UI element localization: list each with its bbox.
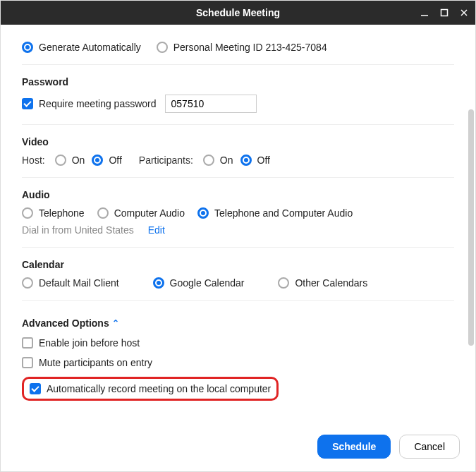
meeting-id-personal-radio[interactable]: Personal Meeting ID 213-425-7084: [157, 42, 327, 53]
audio-section-label: Audio: [22, 189, 454, 200]
content-area: Generate Automatically Personal Meeting …: [1, 25, 475, 430]
minimize-button[interactable]: [417, 6, 432, 20]
require-password-checkbox[interactable]: Require meeting password: [22, 98, 157, 109]
footer: Schedule Cancel: [1, 430, 475, 471]
window-title: Schedule Meeting: [196, 7, 280, 18]
meeting-id-generate-radio[interactable]: Generate Automatically: [22, 42, 141, 53]
close-button[interactable]: [457, 6, 471, 20]
auto-record-checkbox[interactable]: Automatically record meeting on the loca…: [30, 383, 271, 394]
titlebar: Schedule Meeting: [1, 1, 475, 25]
require-password-label: Require meeting password: [39, 98, 157, 109]
svg-rect-1: [441, 10, 448, 16]
schedule-meeting-window: Schedule Meeting Generate Automatically …: [0, 0, 476, 472]
video-participants-label: Participants:: [139, 155, 193, 166]
calendar-section-label: Calendar: [22, 259, 454, 270]
chevron-up-icon: ⌃: [112, 318, 119, 328]
cancel-button[interactable]: Cancel: [399, 435, 460, 459]
dial-in-edit-link[interactable]: Edit: [148, 224, 165, 236]
password-section-label: Password: [22, 76, 454, 87]
password-input[interactable]: [165, 95, 257, 113]
video-participants-off-radio[interactable]: Off: [240, 155, 270, 166]
video-participants-on-radio[interactable]: On: [203, 155, 233, 166]
audio-both-radio[interactable]: Telephone and Computer Audio: [197, 207, 353, 219]
meeting-id-generate-label: Generate Automatically: [39, 42, 141, 53]
video-host-label: Host:: [22, 155, 45, 166]
mute-participants-checkbox[interactable]: Mute participants on entry: [22, 357, 152, 368]
audio-telephone-radio[interactable]: Telephone: [22, 207, 85, 219]
calendar-default-radio[interactable]: Default Mail Client: [22, 277, 119, 289]
schedule-button[interactable]: Schedule: [317, 435, 391, 459]
auto-record-highlight: Automatically record meeting on the loca…: [22, 377, 279, 401]
enable-join-before-host-checkbox[interactable]: Enable join before host: [22, 337, 140, 349]
video-section-label: Video: [22, 136, 454, 147]
dial-in-label: Dial in from United States: [22, 224, 134, 236]
maximize-button[interactable]: [437, 6, 451, 20]
scrollbar[interactable]: [468, 109, 474, 346]
calendar-google-radio[interactable]: Google Calendar: [153, 277, 245, 289]
audio-computer-radio[interactable]: Computer Audio: [97, 207, 185, 219]
video-host-off-radio[interactable]: Off: [92, 155, 121, 166]
advanced-options-label: Advanced Options: [22, 317, 109, 329]
advanced-options-toggle[interactable]: Advanced Options ⌃: [22, 317, 119, 329]
calendar-other-radio[interactable]: Other Calendars: [278, 277, 367, 289]
meeting-id-personal-label: Personal Meeting ID 213-425-7084: [173, 42, 327, 53]
video-host-on-radio[interactable]: On: [55, 155, 85, 166]
